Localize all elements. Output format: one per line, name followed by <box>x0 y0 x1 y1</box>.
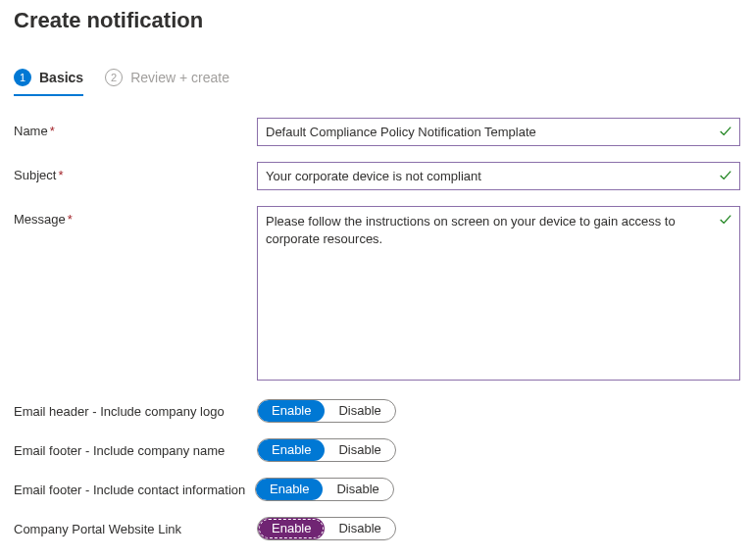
footer-name-disable-button[interactable]: Disable <box>325 439 394 461</box>
message-label-text: Message <box>14 212 66 227</box>
footer-name-label: Email footer - Include company name <box>14 443 257 458</box>
portal-link-disable-button[interactable]: Disable <box>325 518 394 539</box>
footer-contact-enable-button[interactable]: Enable <box>256 479 323 500</box>
required-asterisk: * <box>68 212 73 227</box>
tab-basics-number: 1 <box>14 69 31 86</box>
required-asterisk: * <box>50 124 55 138</box>
portal-link-toggle: Enable Disable <box>257 517 396 540</box>
header-logo-disable-button[interactable]: Disable <box>325 400 394 422</box>
footer-contact-toggle: Enable Disable <box>255 478 394 501</box>
header-logo-toggle: Enable Disable <box>257 399 396 423</box>
name-label: Name* <box>14 118 257 138</box>
required-asterisk: * <box>58 168 63 182</box>
portal-link-enable-button[interactable]: Enable <box>258 518 325 539</box>
tab-review-number: 2 <box>105 69 123 86</box>
footer-contact-disable-button[interactable]: Disable <box>323 479 392 500</box>
header-logo-label: Email header - Include company logo <box>14 404 257 419</box>
message-label: Message* <box>14 206 257 227</box>
subject-label: Subject* <box>14 162 257 182</box>
name-input[interactable] <box>257 118 740 146</box>
footer-name-toggle: Enable Disable <box>257 438 396 462</box>
message-textarea[interactable] <box>257 206 740 381</box>
header-logo-enable-button[interactable]: Enable <box>258 400 325 422</box>
subject-input[interactable] <box>257 162 740 190</box>
tab-review-create[interactable]: 2 Review + create <box>105 69 229 96</box>
subject-label-text: Subject <box>14 168 56 182</box>
footer-name-enable-button[interactable]: Enable <box>258 439 325 461</box>
tab-basics[interactable]: 1 Basics <box>14 69 83 96</box>
tab-basics-label: Basics <box>39 70 83 85</box>
tab-review-label: Review + create <box>130 70 229 85</box>
wizard-tabs: 1 Basics 2 Review + create <box>14 69 740 96</box>
footer-contact-label: Email footer - Include contact informati… <box>14 483 255 497</box>
portal-link-label: Company Portal Website Link <box>14 522 257 536</box>
page-title: Create notification <box>14 8 740 33</box>
name-label-text: Name <box>14 124 48 138</box>
